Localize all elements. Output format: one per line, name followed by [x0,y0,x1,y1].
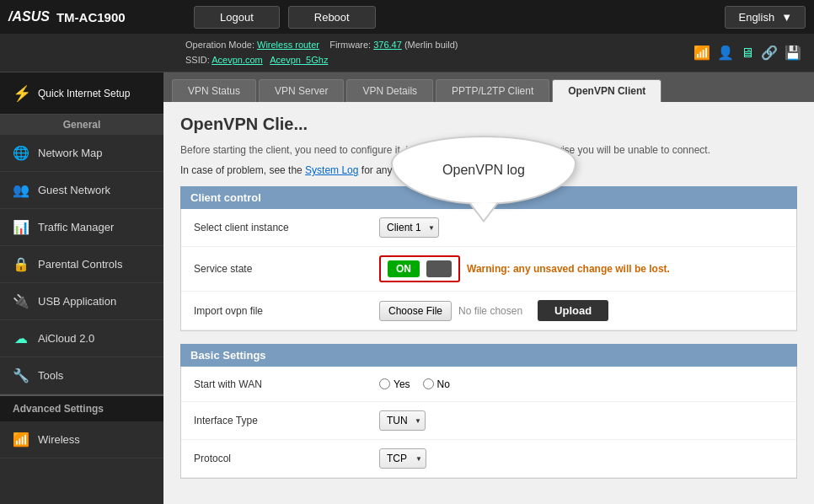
ssid-2g[interactable]: Acevpn.com [212,55,263,65]
sidebar-item-label: USB Application [38,295,116,308]
top-buttons: Logout Reboot [194,6,376,29]
tab-vpn-details[interactable]: VPN Details [346,79,433,102]
toggle-on-label[interactable]: ON [388,260,420,277]
import-ovpn-control: Choose File No file chosen Upload [379,300,608,321]
guest-network-icon: 👥 [13,182,29,198]
user-icon: 👤 [717,45,734,61]
firmware-label: Firmware: [329,40,371,50]
yes-label: Yes [394,378,410,390]
asus-logo: /ASUS [8,9,50,24]
sidebar-item-label: Parental Controls [38,258,122,271]
main-layout: ⚡ Quick Internet Setup General 🌐 Network… [0,72,814,504]
interface-type-row: Interface Type TUN TAP [181,402,796,440]
interface-type-label: Interface Type [194,415,379,426]
toggle-wrapper[interactable]: ON [379,255,460,282]
quick-setup-icon: ⚡ [13,84,31,103]
tabs-bar: VPN Status VPN Server VPN Details PPTP/L… [163,72,814,102]
quick-setup-label: Quick Internet Setup [38,88,130,99]
tab-vpn-server[interactable]: VPN Server [259,79,344,102]
service-state-control: ON Warning: any unsaved change will be l… [379,255,670,282]
status-icons: 📶 👤 🖥 🔗 💾 [694,45,801,61]
system-info: Operation Mode: Wireless router Firmware… [185,38,458,67]
upload-button[interactable]: Upload [538,300,608,321]
problem-note-text: In case of problem, see the [180,164,303,176]
traffic-manager-icon: 📊 [13,219,29,235]
wifi-icon: 📶 [694,45,710,61]
content-area: VPN Status VPN Server VPN Details PPTP/L… [163,72,814,504]
sidebar-item-tools[interactable]: 🔧 Tools [0,357,163,394]
yes-radio-label[interactable]: Yes [379,378,410,390]
wireless-icon: 📶 [13,432,29,448]
usb-application-icon: 🔌 [13,293,29,309]
general-section-label: General [0,115,163,135]
sidebar-item-usb-application[interactable]: 🔌 USB Application [0,283,163,320]
basic-settings-header: Basic Settings [180,344,797,367]
quick-internet-setup[interactable]: ⚡ Quick Internet Setup [0,72,163,115]
no-radio-label[interactable]: No [423,378,450,390]
top-bar: /ASUS TM-AC1900 Logout Reboot English ▼ [0,0,814,34]
client-instance-wrapper: Client 1 Client 2 Client 3 [379,217,439,238]
operation-mode-label: Operation Mode: [185,40,254,50]
system-log-link[interactable]: System Log [305,164,358,176]
sidebar-item-parental-controls[interactable]: 🔒 Parental Controls [0,246,163,283]
tooltip-text: OpenVPN log [442,163,525,177]
basic-settings-body: Start with WAN Yes No Interfac [180,367,797,479]
language-selector[interactable]: English ▼ [725,6,806,29]
interface-type-select[interactable]: TUN TAP [379,410,426,431]
sidebar-item-aicloud[interactable]: ☁ AiCloud 2.0 [0,320,163,357]
sidebar-item-traffic-manager[interactable]: 📊 Traffic Manager [0,209,163,246]
reboot-button[interactable]: Reboot [288,6,376,29]
protocol-select[interactable]: TCP UDP [379,448,426,469]
protocol-row: Protocol TCP UDP [181,440,796,478]
tab-vpn-status[interactable]: VPN Status [172,79,256,102]
sidebar-item-network-map[interactable]: 🌐 Network Map [0,135,163,172]
monitor-icon: 🖥 [741,46,754,61]
firmware-value[interactable]: 376.47 [373,40,402,50]
model-name: TM-AC1900 [56,10,126,24]
usb-icon: 💾 [785,45,801,61]
aicloud-icon: ☁ [13,330,29,346]
client-instance-select[interactable]: Client 1 Client 2 Client 3 [379,217,439,238]
sidebar-item-label: Wireless [38,433,80,446]
page-title: OpenVPN Clie... [180,115,797,134]
language-label: English [738,11,774,24]
start-with-wan-control: Yes No [379,378,450,390]
no-file-text: No file chosen [458,305,522,317]
sidebar-item-label: Network Map [38,147,103,159]
advanced-settings-label: Advanced Settings [0,394,163,421]
protocol-control: TCP UDP [379,448,426,469]
service-state-row: Service state ON Warning: any unsaved ch… [181,247,796,292]
sidebar-item-wireless[interactable]: 📶 Wireless [0,421,163,458]
chevron-down-icon: ▼ [781,11,792,24]
interface-type-control: TUN TAP [379,410,426,431]
choose-file-button[interactable]: Choose File [379,301,452,321]
parental-controls-icon: 🔒 [13,256,29,272]
sidebar-item-label: Guest Network [38,184,110,196]
logout-button[interactable]: Logout [194,6,280,29]
yes-radio[interactable] [379,378,390,389]
service-state-label: Service state [194,263,379,275]
build-label: (Merlin build) [404,40,458,50]
tab-openvpn-client[interactable]: OpenVPN Client [552,79,661,102]
network-icon: 🔗 [761,45,778,61]
warning-text: Warning: any unsaved change will be lost… [467,263,670,275]
operation-mode-value[interactable]: Wireless router [257,40,319,50]
tab-pptp-l2tp[interactable]: PPTP/L2TP Client [436,79,549,102]
import-ovpn-label: Import ovpn file [194,305,379,317]
select-instance-control: Client 1 Client 2 Client 3 [379,217,439,238]
protocol-wrapper: TCP UDP [379,448,426,469]
import-ovpn-row: Import ovpn file Choose File No file cho… [181,292,796,330]
page-content: OpenVPN log OpenVPN Clie... Before start… [163,102,814,504]
ssid-5g[interactable]: Acevpn_5Ghz [270,55,328,65]
toggle-off-button[interactable] [426,260,452,277]
ssid-label: SSID: [185,55,210,65]
sidebar-item-guest-network[interactable]: 👥 Guest Network [0,172,163,209]
no-label: No [437,378,450,390]
logo-area: /ASUS TM-AC1900 [8,9,177,24]
tools-icon: 🔧 [13,367,29,383]
client-control-body: Select client instance Client 1 Client 2… [180,209,797,331]
sidebar: ⚡ Quick Internet Setup General 🌐 Network… [0,72,163,504]
start-with-wan-label: Start with WAN [194,378,379,390]
no-radio[interactable] [423,378,434,389]
select-instance-label: Select client instance [194,222,379,233]
